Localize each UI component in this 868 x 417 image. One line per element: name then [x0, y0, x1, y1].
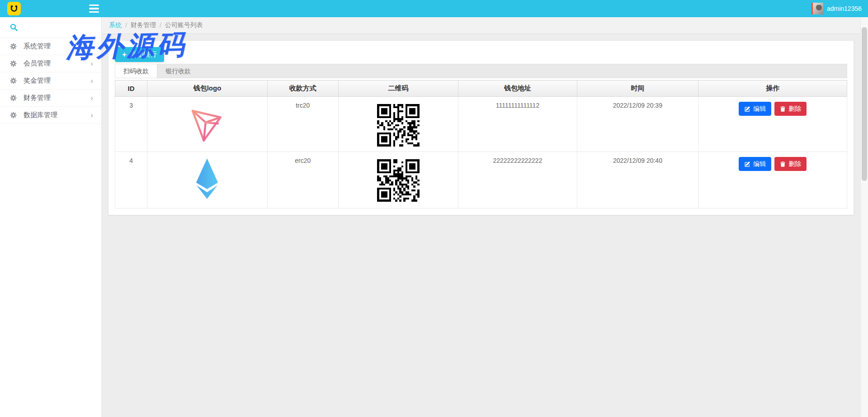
trash-icon — [780, 106, 786, 112]
col-wallet-logo: 钱包logo — [147, 81, 268, 97]
sidebar: 系统管理 › 会员管理 › — [0, 17, 102, 417]
add-bank-button-label: 添加银行 — [130, 50, 157, 59]
cell-time: 2022/12/09 20:39 — [577, 97, 698, 152]
col-qr-code: 二维码 — [338, 81, 458, 97]
chevron-right-icon: › — [90, 94, 93, 102]
col-pay-method: 收款方式 — [267, 81, 338, 97]
edit-button-label: 编辑 — [753, 160, 766, 168]
chevron-right-icon: › — [90, 60, 93, 67]
sidebar-item-label: 会员管理 — [24, 59, 90, 68]
cell-time: 2022/12/09 20:40 — [577, 152, 698, 208]
sidebar-item-label: 奖金管理 — [24, 76, 90, 85]
table-header-row: ID 钱包logo 收款方式 二维码 钱包地址 时间 操作 — [115, 81, 847, 97]
col-time: 时间 — [577, 81, 698, 97]
breadcrumb-item-finance[interactable]: 财务管理 — [131, 21, 156, 29]
cell-wallet-address: 11111111111112 — [458, 97, 577, 152]
sidebar-item-database[interactable]: 数据库管理 › — [0, 107, 101, 124]
breadcrumb-item-accounts: 公司账号列表 — [165, 21, 203, 29]
plus-icon: + — [122, 50, 127, 59]
delete-button[interactable]: 删除 — [774, 157, 807, 171]
col-id: ID — [115, 81, 147, 97]
col-wallet-address: 钱包地址 — [458, 81, 577, 97]
sidebar-item-bonus[interactable]: 奖金管理 › — [0, 72, 101, 90]
cell-id: 4 — [115, 152, 147, 208]
main-area: 系统 / 财务管理 / 公司账号列表 + 添加银行 扫码收款 银行收款 ID 钱… — [102, 17, 868, 417]
sidebar-item-members[interactable]: 会员管理 › — [0, 55, 101, 72]
tab-scan-payment[interactable]: 扫码收款 — [115, 64, 157, 78]
accounts-table: ID 钱包logo 收款方式 二维码 钱包地址 时间 操作 3 — [115, 80, 847, 208]
cell-pay-method: trc20 — [267, 97, 338, 152]
edit-pencil-icon — [744, 106, 750, 112]
sidebar-item-system[interactable]: 系统管理 › — [0, 38, 101, 55]
col-actions: 操作 — [698, 81, 847, 97]
breadcrumb-separator: / — [125, 22, 127, 29]
content-panel: + 添加银行 扫码收款 银行收款 ID 钱包logo 收款方式 二维码 钱包地址… — [108, 40, 854, 215]
gear-icon — [10, 60, 17, 67]
chevron-right-icon: › — [90, 111, 93, 119]
cell-pay-method: erc20 — [267, 152, 338, 208]
menu-toggle-hamburger-icon[interactable] — [89, 5, 99, 13]
cell-wallet-address: 22222222222222 — [458, 152, 577, 208]
trash-icon — [780, 161, 786, 167]
sidebar-item-label: 财务管理 — [24, 94, 90, 102]
delete-button-label: 删除 — [788, 105, 801, 113]
table-row: 3 — [115, 97, 847, 152]
delete-button-label: 删除 — [788, 160, 801, 168]
page-scrollbar — [860, 17, 868, 417]
cell-actions: 编辑 删除 — [698, 97, 847, 152]
chevron-right-icon: › — [90, 77, 93, 85]
edit-button-label: 编辑 — [753, 105, 766, 113]
chevron-right-icon: › — [90, 43, 93, 50]
tab-bar: 扫码收款 银行收款 — [115, 64, 847, 78]
table-row: 4 erc20 22 — [115, 152, 847, 208]
ethereum-logo — [194, 158, 220, 199]
delete-button[interactable]: 删除 — [774, 102, 807, 116]
breadcrumb-separator: / — [160, 22, 161, 29]
cell-id: 3 — [115, 97, 147, 152]
avatar — [811, 3, 823, 14]
edit-button[interactable]: 编辑 — [739, 157, 771, 171]
top-bar: admin12356 — [0, 0, 868, 17]
app-logo-icon[interactable] — [7, 2, 21, 15]
gear-icon — [10, 112, 17, 118]
gear-icon — [10, 43, 17, 50]
cell-qr — [338, 152, 458, 208]
tab-bank-payment[interactable]: 银行收款 — [157, 64, 199, 78]
gear-icon — [10, 95, 17, 101]
search-icon[interactable] — [10, 24, 18, 31]
sidebar-item-label: 系统管理 — [24, 42, 90, 51]
breadcrumb-item-system[interactable]: 系统 — [109, 21, 122, 29]
gear-icon — [10, 77, 17, 84]
cell-actions: 编辑 删除 — [698, 152, 847, 208]
cell-wallet-logo — [147, 152, 268, 208]
cell-qr — [338, 97, 458, 152]
user-menu[interactable]: admin12356 — [811, 0, 862, 17]
sidebar-item-finance[interactable]: 财务管理 › — [0, 90, 101, 107]
edit-pencil-icon — [744, 161, 750, 167]
tron-logo — [186, 104, 228, 143]
qr-code — [375, 102, 421, 148]
edit-button[interactable]: 编辑 — [739, 102, 771, 116]
qr-code — [375, 157, 421, 204]
add-bank-button[interactable]: + 添加银行 — [115, 47, 164, 62]
cell-wallet-logo — [147, 97, 268, 152]
breadcrumb: 系统 / 财务管理 / 公司账号列表 — [102, 17, 868, 34]
username: admin12356 — [827, 5, 862, 12]
scrollbar-thumb[interactable] — [862, 27, 867, 181]
sidebar-item-label: 数据库管理 — [24, 111, 90, 119]
sidebar-search[interactable] — [0, 17, 101, 38]
